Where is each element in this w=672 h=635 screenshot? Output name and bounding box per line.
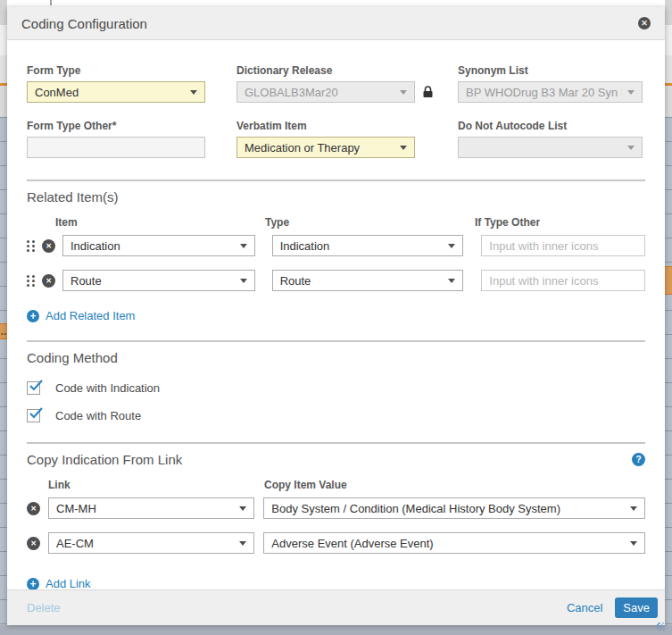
background-right-orange-row: [665, 266, 672, 295]
verbatim-item-value: Medication or Therapy: [245, 141, 360, 155]
caret-down-icon: [239, 506, 246, 511]
copy-item-value-select[interactable]: Adverse Event (Adverse Event): [263, 532, 645, 554]
remove-row-icon[interactable]: ✕: [42, 239, 55, 253]
related-type-value: Indication: [280, 239, 330, 253]
caret-down-icon: [448, 244, 455, 248]
if-type-other-input[interactable]: [489, 239, 637, 253]
copy-item-value-column-header: Copy Item Value: [264, 479, 347, 491]
link-value: CM-MH: [56, 502, 96, 515]
caret-down-icon: [448, 279, 455, 283]
remove-row-icon[interactable]: ✕: [27, 537, 40, 550]
copy-item-value: Adverse Event (Adverse Event): [271, 537, 433, 550]
delete-button[interactable]: Delete: [27, 601, 61, 614]
background-top-mark: [50, 0, 52, 5]
divider: [27, 442, 645, 444]
synonym-list-group: Synonym List BP WHODrug B3 Mar 20 Syn Li…: [458, 64, 645, 103]
caret-down-icon: [627, 146, 635, 150]
dictionary-release-group: Dictionary Release GLOBALB3Mar20: [236, 64, 458, 103]
related-type-value: Route: [280, 274, 311, 288]
add-link-button[interactable]: + Add Link: [27, 577, 645, 589]
form-type-other-group: Form Type Other*: [27, 120, 236, 158]
verbatim-item-group: Verbatim Item Medication or Therapy: [236, 120, 458, 158]
drag-handle-icon[interactable]: [27, 275, 35, 287]
link-select[interactable]: CM-MH: [48, 497, 254, 519]
copy-item-value-select[interactable]: Body System / Condition (Medical History…: [263, 497, 645, 519]
add-link-label: Add Link: [46, 577, 91, 589]
resize-handle[interactable]: [657, 622, 665, 631]
caret-down-icon: [239, 541, 246, 546]
dictionary-release-wrap: GLOBALB3Mar20: [236, 81, 458, 103]
copy-indication-heading-row: Copy Indication From Link ?: [27, 452, 645, 467]
related-type-select[interactable]: Indication: [272, 235, 464, 256]
related-items-heading: Related Item(s): [27, 189, 645, 205]
caret-down-icon: [240, 279, 247, 283]
copy-link-row-2: ✕ AE-CM Adverse Event (Adverse Event): [27, 532, 645, 554]
save-button[interactable]: Save: [615, 597, 658, 618]
help-icon[interactable]: ?: [632, 453, 645, 466]
if-type-other-column-header: If Type Other: [475, 216, 540, 229]
related-type-select[interactable]: Route: [272, 270, 464, 291]
related-item-select[interactable]: Indication: [62, 235, 255, 256]
if-type-other-input[interactable]: [489, 274, 637, 288]
add-related-item-button[interactable]: + Add Related Item: [27, 309, 645, 322]
form-type-group: Form Type ConMed: [27, 64, 236, 103]
copy-indication-heading: Copy Indication From Link: [27, 452, 182, 467]
caret-down-icon: [240, 244, 247, 248]
verbatim-item-label: Verbatim Item: [236, 120, 458, 132]
form-type-other-input[interactable]: [35, 141, 197, 155]
related-item-row-1: ✕ Indication Indication: [27, 235, 645, 256]
code-with-route-option: Code with Route: [27, 409, 645, 422]
add-related-item-label: Add Related Item: [46, 309, 135, 322]
if-type-other-input-wrap: [481, 235, 645, 256]
dialog-footer: Delete Cancel Save: [7, 589, 665, 625]
background-bottom-bar: [0, 625, 672, 635]
related-item-value: Indication: [71, 239, 120, 253]
divider: [27, 180, 645, 181]
background-right-table-rows: [665, 117, 672, 625]
copy-item-value: Body System / Condition (Medical History…: [271, 502, 560, 515]
dialog-body: Form Type ConMed Dictionary Release GLOB…: [7, 40, 665, 589]
code-with-indication-option: Code with Indication: [27, 381, 645, 395]
code-with-indication-label: Code with Indication: [55, 381, 160, 395]
cancel-button[interactable]: Cancel: [567, 601, 602, 614]
remove-row-icon[interactable]: ✕: [42, 274, 55, 288]
divider: [27, 340, 645, 342]
synonym-list-select: BP WHODrug B3 Mar 20 Syn List: [458, 81, 643, 103]
related-item-value: Route: [71, 274, 102, 288]
related-items-column-headers: Item Type If Type Other: [27, 216, 645, 229]
caret-down-icon: [400, 146, 407, 150]
coding-configuration-dialog: Coding Configuration ✕ Form Type ConMed …: [7, 7, 665, 625]
link-column-header: Link: [48, 479, 264, 491]
form-row-1: Form Type ConMed Dictionary Release GLOB…: [27, 64, 645, 103]
dictionary-release-label: Dictionary Release: [236, 64, 458, 77]
caret-down-icon: [630, 541, 637, 546]
related-item-row-2: ✕ Route Route: [27, 270, 645, 291]
copy-link-row-1: ✕ CM-MH Body System / Condition (Medical…: [27, 497, 645, 519]
form-row-2: Form Type Other* Verbatim Item Medicatio…: [27, 120, 645, 158]
caret-down-icon: [630, 506, 637, 511]
remove-row-icon[interactable]: ✕: [27, 502, 40, 515]
verbatim-item-select[interactable]: Medication or Therapy: [236, 137, 415, 158]
background-page-right-edge: [665, 0, 672, 635]
code-with-route-checkbox[interactable]: [27, 409, 40, 422]
code-with-indication-checkbox[interactable]: [27, 381, 40, 395]
link-value: AE-CM: [56, 537, 94, 550]
dictionary-release-value: GLOBALB3Mar20: [245, 86, 338, 99]
background-left-orange-row: •••: [0, 323, 7, 339]
add-icon: +: [27, 310, 39, 322]
link-select[interactable]: AE-CM: [48, 532, 254, 554]
drag-handle-icon[interactable]: [27, 240, 35, 252]
dialog-title: Coding Configuration: [21, 16, 147, 31]
form-type-value: ConMed: [35, 86, 79, 99]
form-type-label: Form Type: [27, 64, 236, 77]
copy-indication-column-headers: Link Copy Item Value: [27, 479, 645, 491]
dialog-header: Coding Configuration ✕: [7, 7, 665, 40]
do-not-autocode-select: [458, 137, 643, 158]
synonym-list-value: BP WHODrug B3 Mar 20 Syn List: [466, 86, 622, 99]
code-with-route-label: Code with Route: [55, 409, 141, 422]
synonym-list-label: Synonym List: [458, 64, 645, 77]
related-item-select[interactable]: Route: [62, 270, 255, 291]
form-type-other-input-wrap: [27, 137, 205, 158]
close-icon[interactable]: ✕: [638, 17, 651, 29]
form-type-select[interactable]: ConMed: [27, 81, 205, 103]
